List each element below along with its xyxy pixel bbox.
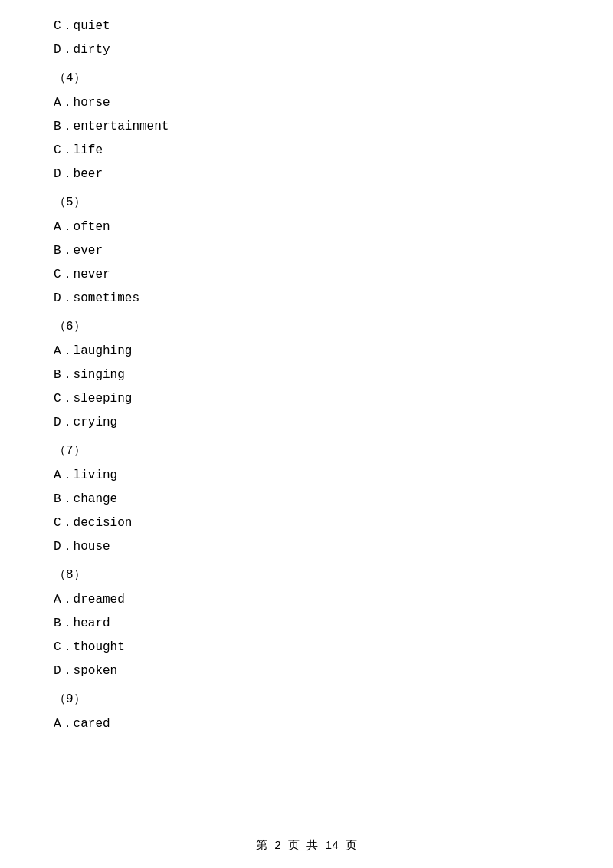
list-item-d-crying: D．crying [54,412,559,434]
list-item-q9: （9） [54,689,559,711]
list-item-c-quiet: C．quiet [54,15,559,38]
list-item-b-entertainment: B．entertainment [54,116,559,138]
list-item-c-sleeping: C．sleeping [54,388,559,410]
list-item-b-change: B．change [54,488,559,511]
list-item-q8: （8） [54,564,559,587]
footer-text: 第 2 页 共 14 页 [256,840,357,853]
list-item-q7: （7） [54,440,559,462]
list-item-c-thought: C．thought [54,636,559,659]
page-footer: 第 2 页 共 14 页 [0,838,613,853]
list-item-a-dreamed: A．dreamed [54,589,559,611]
list-item-c-never: C．never [54,264,559,286]
list-item-d-spoken: D．spoken [54,660,559,682]
list-item-a-horse: A．horse [54,92,559,114]
list-item-a-living: A．living [54,465,559,487]
page-content: C．quietD．dirty（4）A．horseB．entertainmentC… [0,0,613,783]
list-item-a-cared: A．cared [54,713,559,735]
list-item-c-life: C．life [54,140,559,162]
list-item-b-heard: B．heard [54,613,559,635]
list-item-q4: （4） [54,67,559,90]
list-item-b-singing: B．singing [54,364,559,386]
list-item-a-laughing: A．laughing [54,340,559,363]
list-item-c-decision: C．decision [54,512,559,534]
list-item-q5: （5） [54,192,559,214]
list-item-b-ever: B．ever [54,240,559,262]
list-item-a-often: A．often [54,216,559,238]
list-item-d-beer: D．beer [54,163,559,186]
list-item-q6: （6） [54,316,559,338]
list-item-d-house: D．house [54,536,559,558]
list-item-d-dirty: D．dirty [54,39,559,61]
list-item-d-sometimes: D．sometimes [54,288,559,310]
